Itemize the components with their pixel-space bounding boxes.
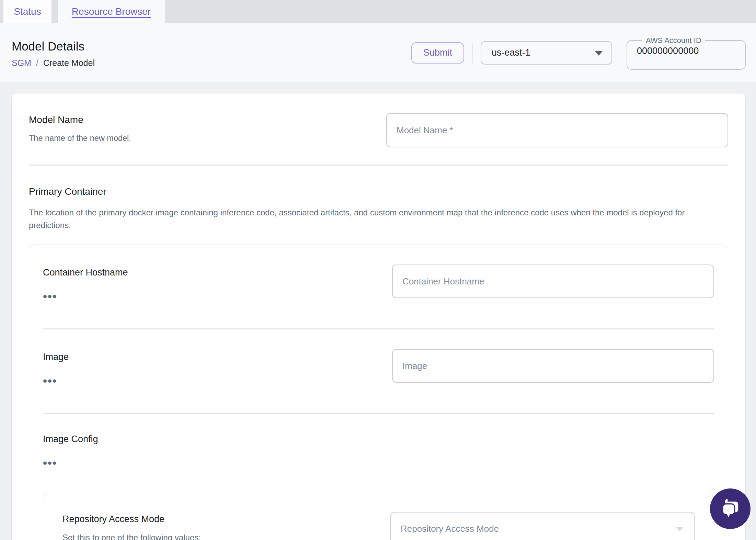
model-name-description: The name of the new model. [29,134,373,143]
repository-access-mode-heading: Repository Access Mode [62,514,377,525]
repository-access-mode-intro: Set this to one of the following values: [62,533,377,540]
model-name-input-wrap [386,113,728,147]
image-input-wrap [392,349,714,386]
tab-status-label: Status [14,6,41,17]
model-name-heading: Model Name [29,114,373,125]
tab-bar: Status Resource Browser [0,0,756,23]
container-hostname-heading: Container Hostname [43,267,378,278]
chevron-down-icon [595,51,603,56]
model-details-card: Model Name The name of the new model. Pr… [11,93,746,540]
primary-container-card: Container Hostname ••• Image ••• [29,245,728,540]
repository-access-mode-select[interactable]: Repository Access Mode [390,512,695,540]
container-hostname-input-wrap [392,265,714,302]
region-select-value: us-east-1 [492,47,530,58]
image-info: Image ••• [43,349,378,386]
header-controls: Submit us-east-1 AWS Account ID [411,36,746,70]
chevron-down-icon [676,527,684,531]
page-title: Model Details [12,40,411,53]
repository-access-mode-info: Repository Access Mode Set this to one o… [62,512,377,540]
submit-button[interactable]: Submit [411,42,464,64]
chat-bubble-icon [720,498,741,519]
header-divider [472,43,473,63]
primary-container-heading: Primary Container [29,186,728,197]
container-hostname-info: Container Hostname ••• [43,265,378,302]
image-config-heading: Image Config [43,434,714,445]
primary-container-header: Primary Container The location of the pr… [29,166,728,232]
primary-container-description: The location of the primary docker image… [29,206,728,232]
account-id-fieldset: AWS Account ID [627,36,746,70]
ellipsis-icon[interactable]: ••• [43,460,57,465]
tab-status[interactable]: Status [3,0,51,23]
account-id-label: AWS Account ID [642,36,705,45]
image-input[interactable] [392,349,714,383]
breadcrumb-link-sgm[interactable]: SGM [12,58,31,68]
repository-access-mode-placeholder: Repository Access Mode [401,524,499,534]
container-hostname-row: Container Hostname ••• [43,245,714,328]
model-name-row: Model Name The name of the new model. [29,93,728,165]
breadcrumb: SGM / Create Model [12,58,411,68]
ellipsis-icon[interactable]: ••• [43,294,57,299]
tab-resource-browser[interactable]: Resource Browser [58,0,165,23]
account-id-input[interactable] [637,45,733,56]
image-row: Image ••• [43,329,714,413]
ellipsis-icon[interactable]: ••• [43,378,57,383]
breadcrumb-current: Create Model [43,58,95,68]
chat-launcher-button[interactable] [710,488,751,529]
tab-resource-browser-label: Resource Browser [72,6,151,17]
breadcrumb-separator: / [36,58,38,68]
page-header: Model Details SGM / Create Model Submit … [0,23,756,82]
header-title-block: Model Details SGM / Create Model [12,37,411,68]
model-name-input[interactable] [386,113,728,147]
region-select[interactable]: us-east-1 [481,41,612,65]
container-hostname-input[interactable] [392,265,714,298]
image-config-block: Image Config ••• [43,414,714,468]
repository-access-mode-card: Repository Access Mode Set this to one o… [43,493,714,540]
main-content: Model Name The name of the new model. Pr… [0,82,756,540]
image-heading: Image [43,352,378,362]
repository-access-mode-select-wrap: Repository Access Mode [390,512,695,540]
model-name-info: Model Name The name of the new model. [29,113,373,147]
